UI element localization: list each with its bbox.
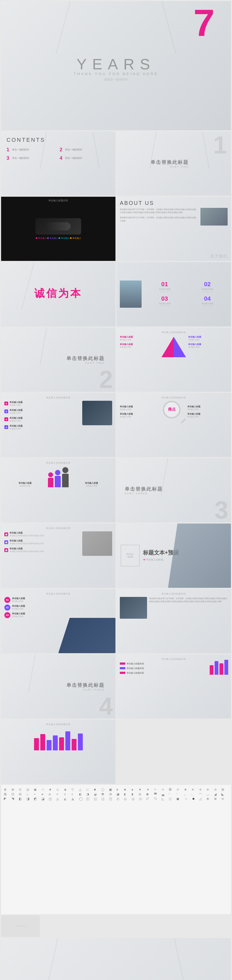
icon-cell: ◷ xyxy=(139,797,146,801)
tech-item-4: ◈ 单击输入标题 单击输入内容 xyxy=(4,425,80,430)
icon-cell: ◬ xyxy=(56,797,63,801)
slide-stats: 01 单击输入标题 单击输入内容 02 单击输入标题 单击输入内容 03 单击输… xyxy=(117,262,231,326)
city-item-2: 02 单击输入标题 单击输入内容 xyxy=(4,605,112,611)
content-num-2: 2 xyxy=(60,147,62,153)
icon-cell: ◖ xyxy=(124,792,131,796)
part-two-title: 单击替换此标题 xyxy=(66,355,104,361)
content-text-4: 单击一键的陪伴 xyxy=(65,156,82,160)
years-label: YEARS xyxy=(74,55,158,73)
icon-cell: ◧ xyxy=(19,797,26,801)
icon-cell: ✰ xyxy=(214,788,221,791)
slide-thanks: THANKS Thank you for your attention! xyxy=(1,938,231,980)
icon-cell: ◰ xyxy=(86,797,93,801)
spacer-line xyxy=(13,926,28,926)
icon-cell: ◝ xyxy=(176,792,183,796)
icon-cell: ◹ xyxy=(154,797,161,801)
chart-title-11: 单击输入您的标题内容 xyxy=(120,396,228,399)
bar-3 xyxy=(46,740,51,750)
icon-cell: ♥ xyxy=(139,788,146,791)
marker-bg-photo xyxy=(168,523,231,588)
subtitle-cn: 感谢您一路的陪伴 xyxy=(74,78,158,82)
sil-item-1: 单击输入标题 单击输入内容 xyxy=(4,482,46,487)
pain-item-3: 单击输入标题 单击输入内容 xyxy=(187,405,228,411)
icon-cell: ◡ xyxy=(206,792,213,796)
slide-about: ABOUT US 单击我们与您分享了以下内容，文字说明，点击输入内容点击输入内容… xyxy=(117,197,231,261)
dark-content: ◆ 单击输入 ◆ 单击输入 ◆ 单击输入 ◆ 单击输入 xyxy=(33,215,84,242)
silhouette-layout: 单击输入标题 单击输入内容 单击输入标题 xyxy=(4,467,112,487)
chart-title-14: 单击输入您的标题内容 xyxy=(4,527,112,530)
chart-title-20: 单击输入您的标题内容 xyxy=(4,723,112,726)
dark-title: 单击输入标题内容 xyxy=(1,199,115,202)
icon-cell: ⊠ xyxy=(4,792,11,796)
big-number: 7 xyxy=(194,4,214,42)
icon-cell: ⍬ xyxy=(71,792,78,796)
chart-title-9: 单击输入您的标题内容 xyxy=(120,331,228,334)
icon-cell: ★ xyxy=(49,788,56,791)
city-item-3: 03 单击输入标题 单击输入内容 xyxy=(4,612,112,618)
icon-cell: □ xyxy=(86,788,93,791)
slide-marker: 单击输入副标题 标题文本+预设 + 单击输入副标题 xyxy=(117,523,231,588)
icon-cell: ♣ xyxy=(124,788,131,791)
icon-cell: ◱ xyxy=(94,797,101,801)
slide-building: 单击输入您的标题内容 ▣ 单击输入标题 单击输入内容单击输入内容单击输入内容 ▣ xyxy=(1,523,115,588)
icon-cell: ◽ xyxy=(184,797,191,801)
contents-grid: 1 单击一键的陪伴 2 单击一键的陪伴 3 单击一键的陪伴 4 单击一键的陪伴 xyxy=(6,147,110,161)
bar-2 xyxy=(40,734,45,750)
icon-cell: ◣ xyxy=(221,792,228,796)
part-three-title: 单击替换此标题 xyxy=(125,486,163,492)
content-text-1: 单击一键的陪伴 xyxy=(12,148,29,151)
icon-cell: ♦ xyxy=(117,788,123,791)
icon-cell: ◟ xyxy=(191,792,198,796)
icon-cell: ◛ xyxy=(162,792,168,796)
icon-cell: ◲ xyxy=(101,797,108,801)
slide-title: YEARS THANK YOU FOR BEING HERE 感谢您一路的陪伴 … xyxy=(1,1,231,130)
icon-cell: ♠ xyxy=(131,788,138,791)
city-items: 01 单击输入标题 单击输入内容 02 单击输入标题 单击输入内容 03 单击输… xyxy=(4,597,112,618)
building-photo xyxy=(82,531,112,556)
icon-cell: ◓ xyxy=(101,792,108,796)
icon-cell: ✫ xyxy=(176,788,183,791)
icon-cell: ◨ xyxy=(26,797,33,801)
part-two-label: PART TWO xyxy=(66,361,104,364)
icon-cell: ✧ xyxy=(154,788,161,791)
slide-bar-chart: 单击输入您的标题内容 xyxy=(1,720,115,784)
tech-items: ◈ 单击输入标题 单击输入内容 ◈ 单击输入标题 单击输入内容 xyxy=(4,401,80,430)
icon-cell: ◮ xyxy=(71,797,78,801)
tech-photo xyxy=(82,401,112,425)
content-item-1: 1 单击一键的陪伴 xyxy=(6,147,57,153)
icon-cell: ◼ xyxy=(176,797,183,801)
building-item-1: ▣ 单击输入标题 单击输入内容单击输入内容单击输入内容 xyxy=(4,531,80,537)
chart-title-17: 单击输入您的标题内容 xyxy=(120,592,228,595)
slide-generic-19: 单击输入您的标题内容 单击输入标题内容 单击输入标题内容 单击输入标题内容 xyxy=(117,654,231,719)
icon-cell: ⊞ xyxy=(221,788,228,791)
icon-cell: ◸ xyxy=(147,797,153,801)
content-item-3: 3 单击一键的陪伴 xyxy=(6,155,57,161)
chart-title-16: 单击输入您的标题内容 xyxy=(4,592,112,595)
icon-cell: ✩ xyxy=(162,788,168,791)
icon-cell: ⎈ xyxy=(42,792,48,796)
icon-cell: ◑ xyxy=(86,792,93,796)
icon-cell: ⍟ xyxy=(64,792,71,796)
icon-cell: ▢ xyxy=(101,788,108,791)
icon-cell: ▽ xyxy=(71,788,78,791)
team-layout: 单击我们与您分享了以下内容，文字说明，点击输入内容点击输入内容点击输入内容点击输… xyxy=(120,597,228,619)
bar-5 xyxy=(59,737,64,750)
part-two-content: 单击替换此标题 PART TWO xyxy=(66,355,104,364)
content-num-4: 4 xyxy=(60,155,62,161)
mini-bars xyxy=(210,659,228,675)
icon-cell: ◶ xyxy=(131,797,138,801)
item-1: 单击输入标题 单击输入内容 xyxy=(120,336,159,341)
about-layout: 单击我们与您分享了以下内容，文字说明，点击输入内容点击输入内容点击输入内容点击输… xyxy=(120,208,228,226)
about-cn: 关于我们 xyxy=(210,254,228,259)
icon-cell: ⌖ xyxy=(56,792,63,796)
icon-cell: ✬ xyxy=(184,788,191,791)
icon-cell: ◿ xyxy=(199,797,206,801)
icon-cell: ◚ xyxy=(154,792,161,796)
content-text-3: 单击一键的陪伴 xyxy=(12,156,29,160)
city-item-1: 01 单击输入标题 单击输入内容 xyxy=(4,597,112,603)
slide-part-one: 单击替换此标题 PART ONE 1 xyxy=(117,131,231,196)
icon-cell: ⊕ xyxy=(4,788,11,791)
icon-cell: ◩ xyxy=(34,797,41,801)
icon-cell: ◐ xyxy=(79,792,86,796)
slide-tech-photo: 单击输入您的标题内容 ◈ 单击输入标题 单击输入内容 ◈ 单击输入标题 xyxy=(1,393,115,457)
